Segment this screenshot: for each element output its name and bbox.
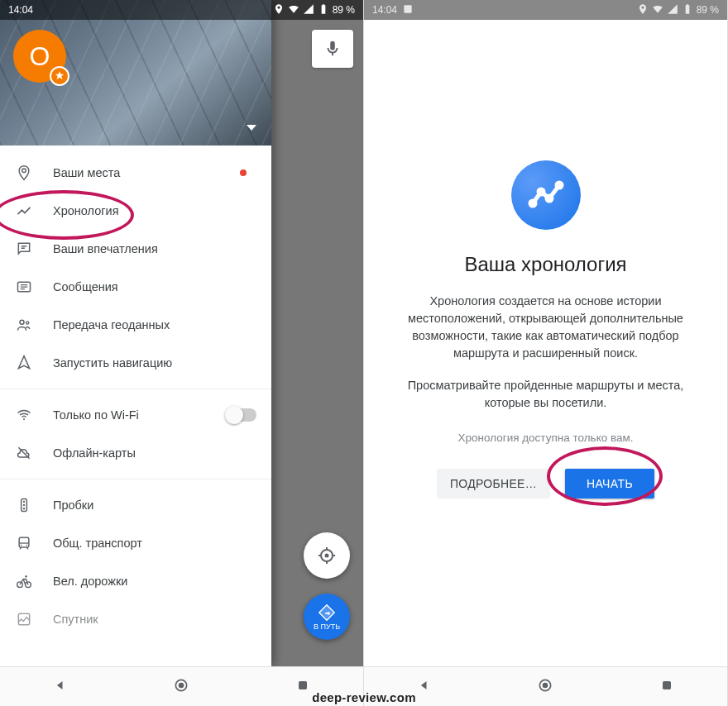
svg-point-13: [25, 575, 27, 578]
share-loc-icon: [15, 317, 33, 333]
my-location-button[interactable]: [304, 532, 350, 579]
svg-point-2: [26, 322, 29, 324]
status-bar: 14:04 89 %: [364, 0, 727, 20]
nav-arrow-icon: [15, 355, 33, 371]
menu-your-places[interactable]: Ваши места: [0, 154, 271, 192]
wifi-only-switch[interactable]: [227, 408, 256, 422]
menu-label: Хронология: [53, 204, 118, 217]
signal-icon: [667, 3, 678, 17]
menu-label: Ваши места: [53, 166, 120, 179]
nav-recent-button[interactable]: [295, 677, 311, 697]
watermark: deep-review.com: [312, 690, 416, 704]
system-nav-bar: [0, 666, 363, 706]
reviews-icon: [15, 241, 33, 257]
svg-point-16: [325, 554, 329, 558]
svg-point-1: [20, 320, 24, 324]
menu-timeline[interactable]: Хронология: [0, 192, 271, 230]
phone-left: 14:04 89 % O: [0, 0, 364, 706]
menu-label: Ваши впечатления: [53, 242, 158, 255]
menu-label: Вел. дорожки: [53, 575, 127, 588]
status-battery: 89 %: [697, 4, 719, 16]
account-expand-icon[interactable]: [247, 125, 256, 131]
menu-label: Передача геоданных: [53, 318, 170, 332]
directions-icon: [318, 603, 336, 622]
timeline-onboarding: Ваша хронология Хронология создается на …: [364, 20, 727, 666]
menu-start-navigation[interactable]: Запустить навигацию: [0, 344, 271, 382]
bike-icon: [15, 573, 33, 589]
mic-icon: [323, 40, 342, 58]
learn-more-button[interactable]: ПОДРОБНЕЕ…: [437, 469, 550, 498]
timeline-hero-icon: [511, 160, 581, 230]
traffic-icon: [15, 497, 33, 513]
drawer-menu: Ваши места Хронология Ваши впечатления С…: [0, 145, 271, 666]
menu-satellite[interactable]: Спутник: [0, 600, 271, 638]
timeline-privacy-note: Хронология доступна только вам.: [457, 432, 633, 444]
nav-back-button[interactable]: [52, 677, 69, 697]
status-time: 14:04: [372, 4, 397, 16]
menu-offline-maps[interactable]: Офлайн-карты: [0, 434, 271, 472]
menu-messages[interactable]: Сообщения: [0, 268, 271, 306]
menu-label: Запустить навигацию: [53, 356, 172, 370]
transit-icon: [15, 535, 33, 551]
menu-label: Общ. транспорт: [53, 537, 142, 550]
divider: [0, 479, 271, 479]
messages-icon: [15, 279, 33, 295]
start-button[interactable]: НАЧАТЬ: [565, 469, 654, 498]
map-screen: 14:04 89 % O: [0, 0, 363, 666]
menu-label: Сообщения: [53, 280, 118, 293]
signal-icon: [303, 3, 314, 17]
svg-rect-27: [663, 681, 671, 689]
avatar[interactable]: O: [13, 30, 66, 83]
sat-icon: [15, 611, 33, 627]
status-bar: 14:04 89 %: [0, 0, 363, 20]
menu-label: Только по Wi-Fi: [53, 408, 139, 422]
phone-right: 14:04 89 % Ваша хронология Хронология со…: [364, 0, 728, 706]
wifi-icon: [15, 407, 33, 423]
system-nav-bar: [364, 666, 727, 706]
menu-label: Офлайн-карты: [53, 446, 136, 460]
button-row: ПОДРОБНЕЕ… НАЧАТЬ: [437, 469, 654, 498]
offline-icon: [15, 445, 33, 461]
svg-point-22: [539, 189, 544, 194]
svg-point-21: [530, 201, 535, 206]
notification-dot-icon: [240, 169, 247, 176]
menu-bike[interactable]: Вел. дорожки: [0, 562, 271, 600]
battery-icon: [318, 3, 329, 17]
svg-point-18: [179, 682, 184, 688]
timeline-icon: [15, 203, 33, 219]
menu-transit[interactable]: Общ. транспорт: [0, 524, 271, 562]
nav-recent-button[interactable]: [659, 677, 675, 697]
menu-contributions[interactable]: Ваши впечатления: [0, 230, 271, 268]
status-battery: 89 %: [333, 4, 355, 16]
svg-point-7: [23, 508, 25, 509]
svg-point-9: [21, 545, 22, 546]
drawer-header[interactable]: O: [0, 0, 271, 145]
contributor-badge-icon: [50, 66, 69, 86]
nav-home-button[interactable]: [537, 677, 553, 697]
menu-traffic[interactable]: Пробки: [0, 486, 271, 524]
status-time: 14:04: [8, 4, 33, 16]
navigation-drawer: O Ваши места Хронология: [0, 0, 271, 666]
wifi-status-icon: [288, 3, 299, 17]
timeline-title: Ваша хронология: [464, 253, 626, 276]
location-icon: [637, 3, 649, 17]
nav-home-button[interactable]: [173, 677, 189, 697]
menu-location-sharing[interactable]: Передача геоданных: [0, 306, 271, 344]
timeline-description-1: Хронология создается на основе истории м…: [384, 293, 707, 362]
divider: [0, 389, 271, 389]
menu-label: Спутник: [53, 613, 98, 626]
svg-point-26: [543, 682, 548, 688]
menu-wifi-only[interactable]: Только по Wi-Fi: [0, 396, 271, 434]
directions-button[interactable]: В ПУТЬ: [304, 594, 350, 640]
pin-icon: [15, 165, 33, 181]
svg-point-6: [23, 504, 25, 506]
avatar-letter: O: [30, 41, 50, 72]
svg-point-24: [557, 183, 562, 188]
timeline-description-2: Просматривайте пройденные маршруты и мес…: [384, 377, 707, 412]
nav-back-button[interactable]: [416, 677, 433, 697]
svg-point-5: [23, 501, 25, 503]
battery-icon: [682, 3, 693, 17]
directions-label: В ПУТЬ: [314, 623, 340, 631]
location-icon: [273, 3, 285, 17]
voice-search-button[interactable]: [312, 30, 353, 68]
